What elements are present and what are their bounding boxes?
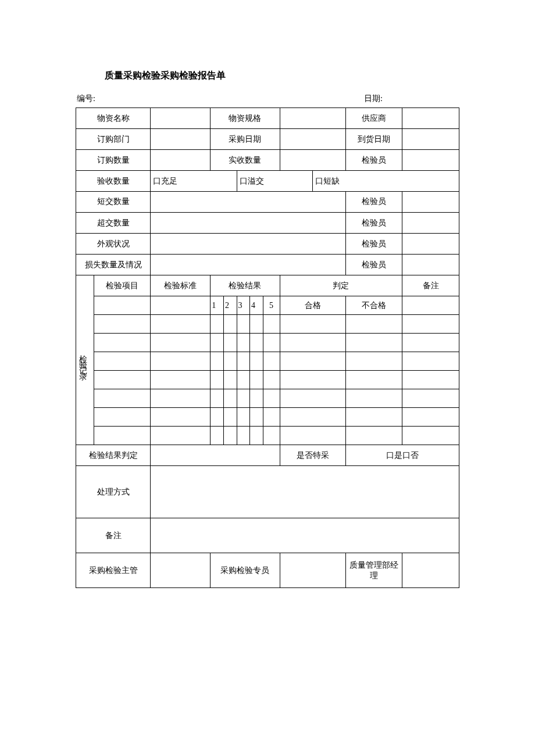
table-cell [402, 296, 459, 315]
value-result-judge [151, 445, 280, 466]
table-cell [345, 334, 402, 352]
table-cell [263, 352, 280, 371]
table-cell [345, 427, 402, 445]
table-cell [402, 315, 459, 334]
table-cell [263, 315, 280, 334]
table-cell [151, 389, 211, 408]
label-handle: 处理方式 [76, 466, 151, 518]
table-cell [250, 352, 263, 371]
table-cell [151, 315, 211, 334]
label-order-qty: 订购数量 [76, 150, 151, 171]
value-appearance [151, 234, 345, 255]
table-cell [402, 352, 459, 371]
label-check-result: 检验结果 [211, 275, 280, 296]
table-cell [280, 315, 345, 334]
table-cell [211, 371, 224, 389]
value-short-qty [151, 192, 345, 213]
number-label: 编号: [77, 94, 95, 104]
value-remark2 [151, 518, 459, 553]
label-check-std: 检验标准 [151, 275, 211, 296]
table-cell [223, 315, 237, 334]
table-cell [151, 296, 211, 315]
table-cell [280, 334, 345, 352]
label-inspector-3: 检验员 [345, 213, 402, 234]
label-judge: 判定 [280, 275, 402, 296]
value-inspector-2 [402, 192, 459, 213]
value-inspector-1 [402, 150, 459, 171]
table-cell [151, 408, 211, 427]
value-material-name [151, 108, 211, 129]
table-cell [211, 352, 224, 371]
table-cell [280, 389, 345, 408]
value-received-qty [280, 150, 345, 171]
label-inspector-5: 检验员 [345, 255, 402, 275]
col-3: 3 [237, 296, 250, 315]
label-loss-qty: 损失数量及情况 [76, 255, 151, 275]
value-inspector-3 [402, 213, 459, 234]
label-manager: 质量管理部经理 [345, 553, 402, 588]
table-cell [402, 371, 459, 389]
table-cell [263, 389, 280, 408]
label-purchase-date: 采购日期 [211, 129, 280, 150]
table-cell [237, 389, 250, 408]
table-cell [211, 389, 224, 408]
value-specialist [280, 553, 345, 588]
col-5: 5 [263, 296, 280, 315]
label-supervisor: 采购检验主管 [76, 553, 151, 588]
value-manager [402, 553, 459, 588]
label-order-dept: 订购部门 [76, 129, 151, 150]
value-order-qty [151, 150, 211, 171]
table-cell [211, 315, 224, 334]
table-cell [237, 352, 250, 371]
label-check-item: 检验项目 [94, 275, 151, 296]
table-cell [94, 315, 151, 334]
label-specialist: 采购检验专员 [211, 553, 280, 588]
table-cell [263, 408, 280, 427]
label-special: 是否特采 [280, 445, 345, 466]
table-cell [345, 352, 402, 371]
table-cell [223, 334, 237, 352]
label-pass: 合格 [280, 296, 345, 315]
table-cell [250, 408, 263, 427]
table-cell [237, 408, 250, 427]
value-supervisor [151, 553, 211, 588]
table-cell [250, 315, 263, 334]
table-cell [280, 408, 345, 427]
col-2: 2 [223, 296, 237, 315]
table-cell [345, 371, 402, 389]
table-cell [263, 371, 280, 389]
value-purchase-date [280, 129, 345, 150]
table-cell [223, 389, 237, 408]
table-cell [223, 371, 237, 389]
label-material-name: 物资名称 [76, 108, 151, 129]
label-remark: 备注 [402, 275, 459, 296]
table-cell [151, 371, 211, 389]
value-yes-no: 口是口否 [345, 445, 459, 466]
table-cell [223, 408, 237, 427]
table-cell [402, 334, 459, 352]
col-4: 4 [250, 296, 263, 315]
table-cell [237, 334, 250, 352]
table-cell [402, 408, 459, 427]
table-cell [250, 427, 263, 445]
table-cell [250, 371, 263, 389]
table-cell [280, 371, 345, 389]
table-cell [211, 334, 224, 352]
table-cell [94, 389, 151, 408]
table-cell [402, 427, 459, 445]
table-cell [151, 352, 211, 371]
value-handle [151, 466, 459, 518]
label-result-judge: 检验结果判定 [76, 445, 151, 466]
label-appearance: 外观状况 [76, 234, 151, 255]
label-supplier: 供应商 [345, 108, 402, 129]
table-cell [280, 427, 345, 445]
table-cell [94, 296, 151, 315]
table-cell [211, 427, 224, 445]
label-inspector-2: 检验员 [345, 192, 402, 213]
table-cell [151, 334, 211, 352]
meta-row: 编号: 日期: [76, 94, 459, 104]
table-cell [237, 371, 250, 389]
label-over-qty: 超交数量 [76, 213, 151, 234]
table-cell [223, 352, 237, 371]
label-fail: 不合格 [345, 296, 402, 315]
